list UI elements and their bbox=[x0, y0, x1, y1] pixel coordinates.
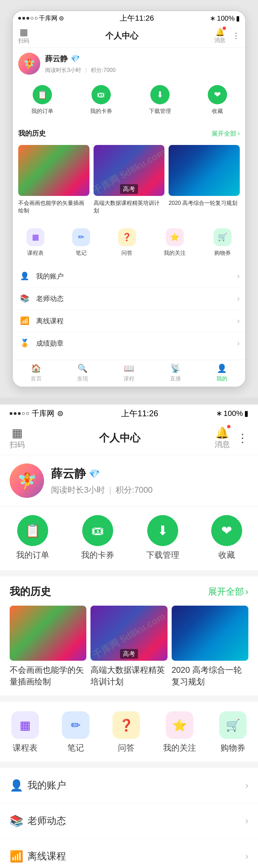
menu-offline-full[interactable]: 📶 离线课程 › bbox=[0, 839, 258, 868]
more-button-mini[interactable]: ⋮ bbox=[232, 31, 240, 40]
battery-text-mini: 100% bbox=[217, 14, 235, 22]
tool-qa-mini[interactable]: ❓ 问答 bbox=[118, 228, 136, 257]
menu-medal-mini[interactable]: 🏅 成绩勋章 › bbox=[13, 332, 245, 354]
history-item-1-full[interactable]: 高考 高端大数据课程精英培训计划 bbox=[90, 606, 167, 687]
history-item-2-mini[interactable]: 2020 高考综合一轮复习规划 bbox=[169, 145, 240, 215]
download-label-mini: 下载管理 bbox=[149, 108, 171, 115]
battery-icon-mini: ▮ bbox=[236, 14, 240, 22]
bell-icon-mini: 🔔 bbox=[215, 28, 225, 37]
top-nav-full: ▦ 扫码 个人中心 🔔 消息 ⋮ bbox=[0, 422, 258, 455]
chevron-teacher-mini: › bbox=[237, 294, 240, 303]
action-favorite-full[interactable]: ❤ 收藏 bbox=[211, 515, 242, 561]
action-download-full[interactable]: ⬇ 下载管理 bbox=[146, 515, 179, 561]
notification-dot-full bbox=[227, 425, 230, 428]
profile-name-full: 薛云静 💎 bbox=[51, 466, 248, 482]
account-icon-full: 👤 bbox=[10, 779, 22, 792]
coupon-label-full: 我的卡券 bbox=[81, 550, 114, 561]
tool-notes-full[interactable]: ✏ 笔记 bbox=[62, 711, 89, 753]
follow-icon-mini: ⭐ bbox=[166, 228, 184, 246]
tab-home-mini[interactable]: 🏠 首页 bbox=[13, 364, 59, 383]
notes-icon-mini: ✏ bbox=[72, 228, 90, 246]
notice-button-mini[interactable]: 🔔 消息 bbox=[214, 28, 225, 44]
action-coupon-full[interactable]: 🎟 我的卡券 bbox=[81, 515, 114, 561]
favorite-icon-full: ❤ bbox=[211, 515, 242, 546]
phone-overview: 千库网 ⊜ 上午11:26 ∗ 100% ▮ ▦ 扫码 个人中心 🔔 消息 ⋮ bbox=[12, 10, 246, 387]
quick-actions-mini: 📋 我的订单 🎟 我的卡券 ⬇ 下载管理 ❤ 收藏 bbox=[13, 80, 245, 121]
more-button-full[interactable]: ⋮ bbox=[237, 431, 248, 445]
order-label-mini: 我的订单 bbox=[31, 108, 53, 115]
menu-teacher-mini[interactable]: 📚 老师动态 › bbox=[13, 287, 245, 310]
history-item-2-full[interactable]: 2020 高考综合一轮复习规划 bbox=[172, 606, 248, 687]
coupon-icon-mini: 🎟 bbox=[92, 85, 111, 104]
tab-discover-mini[interactable]: 🔍 发现 bbox=[59, 364, 106, 383]
action-order-full[interactable]: 📋 我的订单 bbox=[16, 515, 49, 561]
scan-button-mini[interactable]: ▦ 扫码 bbox=[18, 27, 29, 45]
tab-mine-mini[interactable]: 👤 我的 bbox=[199, 364, 245, 383]
signal-dot-f4 bbox=[22, 412, 25, 415]
scan-icon-full: ▦ bbox=[12, 426, 23, 440]
action-download-mini[interactable]: ⬇ 下载管理 bbox=[149, 85, 171, 115]
signal-dot-4 bbox=[31, 17, 33, 20]
follow-label-mini: 我的关注 bbox=[164, 250, 186, 257]
teacher-icon-mini: 📚 bbox=[18, 294, 31, 303]
signal-dot-f5 bbox=[26, 412, 29, 415]
scan-label-full: 扫码 bbox=[10, 440, 25, 450]
history-more-full[interactable]: 展开全部 › bbox=[208, 586, 248, 598]
tab-course-mini[interactable]: 📖 课程 bbox=[106, 364, 152, 383]
tool-schedule-mini[interactable]: ▦ 课程表 bbox=[26, 228, 44, 257]
history-item-1-mini[interactable]: 高考 高端大数据课程精英培训计划 bbox=[94, 145, 165, 215]
notes-label-mini: 笔记 bbox=[76, 250, 87, 257]
chevron-offline-mini: › bbox=[237, 316, 240, 326]
scan-icon-mini: ▦ bbox=[20, 27, 28, 38]
tool-cart-mini[interactable]: 🛒 购物券 bbox=[214, 228, 232, 257]
status-bar-mini: 千库网 ⊜ 上午11:26 ∗ 100% ▮ bbox=[13, 11, 245, 25]
carrier-mini: 千库网 bbox=[39, 14, 57, 22]
menu-account-mini[interactable]: 👤 我的账户 › bbox=[13, 265, 245, 287]
order-icon-mini: 📋 bbox=[33, 85, 52, 104]
notice-button-full[interactable]: 🔔 消息 bbox=[215, 426, 230, 450]
history-section-full: 我的历史 展开全部 › 不会画画也能学的矢量插画绘制 高考 高端大数据课程精英培… bbox=[0, 576, 258, 696]
tool-qa-full[interactable]: ❓ 问答 bbox=[112, 711, 140, 753]
history-thumb-1-full: 高考 bbox=[90, 606, 167, 661]
menu-offline-mini[interactable]: 📶 离线课程 › bbox=[13, 310, 245, 332]
history-more-mini[interactable]: 展开全部 › bbox=[212, 129, 240, 138]
signal-dot-5 bbox=[35, 17, 37, 20]
score-full: 积分:7000 bbox=[116, 484, 153, 495]
profile-meta-full: 阅读时长3小时 | 积分:7000 bbox=[51, 484, 248, 495]
chevron-account-full: › bbox=[245, 780, 248, 791]
history-item-0-mini[interactable]: 不会画画也能学的矢量插画绘制 bbox=[18, 145, 89, 215]
history-thumb-0-mini bbox=[18, 145, 89, 196]
tab-live-mini[interactable]: 📡 直播 bbox=[152, 364, 199, 383]
notes-label-full: 笔记 bbox=[67, 742, 84, 753]
bluetooth-icon-full: ∗ bbox=[216, 409, 222, 418]
signal-dot-f3 bbox=[18, 412, 21, 415]
scan-button-full[interactable]: ▦ 扫码 bbox=[10, 426, 25, 450]
action-favorite-mini[interactable]: ❤ 收藏 bbox=[208, 85, 227, 115]
history-item-0-full[interactable]: 不会画画也能学的矢量插画绘制 bbox=[10, 606, 86, 687]
download-label-full: 下载管理 bbox=[146, 550, 179, 561]
action-coupon-mini[interactable]: 🎟 我的卡券 bbox=[90, 85, 112, 115]
tool-follow-mini[interactable]: ⭐ 我的关注 bbox=[164, 228, 186, 257]
signal-dot-f1 bbox=[10, 412, 12, 415]
more-icon-full: ⋮ bbox=[237, 431, 248, 445]
download-icon-full: ⬇ bbox=[147, 515, 178, 546]
account-text-mini: 我的账户 bbox=[36, 272, 64, 281]
signal-dot-3 bbox=[26, 17, 29, 20]
tool-notes-mini[interactable]: ✏ 笔记 bbox=[72, 228, 90, 257]
profile-info-full: 薛云静 💎 阅读时长3小时 | 积分:7000 bbox=[51, 466, 248, 495]
menu-account-full[interactable]: 👤 我的账户 › bbox=[0, 768, 258, 803]
tool-follow-full[interactable]: ⭐ 我的关注 bbox=[163, 711, 196, 753]
profile-meta-mini: 阅读时长3小时 | 积分:7000 bbox=[45, 67, 240, 74]
wifi-icon-mini: ⊜ bbox=[59, 14, 64, 22]
chevron-teacher-full: › bbox=[245, 815, 248, 826]
offline-icon-full: 📶 bbox=[10, 850, 22, 863]
tab-mine-label-mini: 我的 bbox=[216, 375, 227, 383]
tool-schedule-full[interactable]: ▦ 课程表 bbox=[11, 711, 39, 753]
history-text-0-mini: 不会画画也能学的矢量插画绘制 bbox=[18, 199, 89, 215]
tab-bar-mini: 🏠 首页 🔍 发现 📖 课程 📡 直播 👤 我的 bbox=[13, 360, 245, 387]
tool-row-full: ▦ 课程表 ✏ 笔记 ❓ 问答 ⭐ 我的关注 🛒 购物券 bbox=[0, 702, 258, 762]
tool-cart-full[interactable]: 🛒 购物券 bbox=[219, 711, 247, 753]
action-order-mini[interactable]: 📋 我的订单 bbox=[31, 85, 53, 115]
menu-teacher-full[interactable]: 📚 老师动态 › bbox=[0, 803, 258, 839]
avatar-mini: 🧚 bbox=[18, 53, 40, 75]
